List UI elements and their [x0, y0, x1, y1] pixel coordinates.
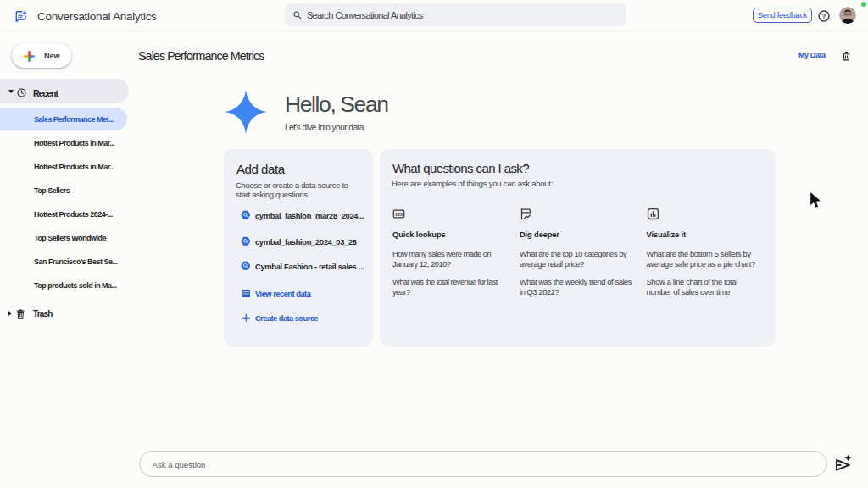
svg-text:?: ? [822, 13, 826, 20]
svg-text:123: 123 [395, 212, 403, 217]
